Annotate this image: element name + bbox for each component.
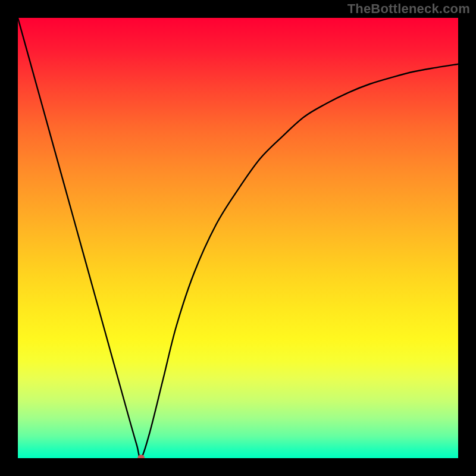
plot-area xyxy=(18,18,458,458)
attribution-text: TheBottleneck.com xyxy=(347,1,470,17)
chart-frame: TheBottleneck.com xyxy=(0,0,476,476)
bottleneck-curve xyxy=(18,18,458,458)
curve-layer xyxy=(18,18,458,458)
